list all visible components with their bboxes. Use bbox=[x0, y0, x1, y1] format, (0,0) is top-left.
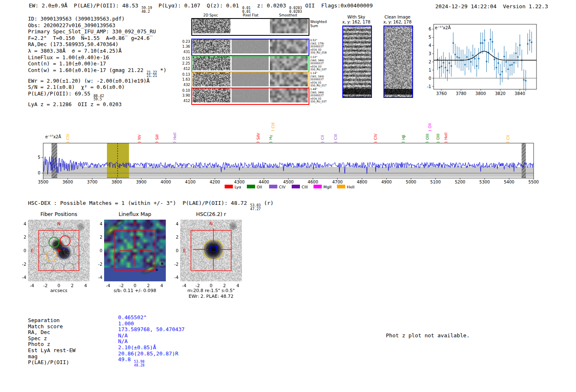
text-segment: Primary Spec_Slot_IFU_AMP: 330_092_075_R… bbox=[28, 28, 156, 35]
info-line: F=2.2" T=0.150 N̅=1.55 A=0.86̅ g=24.6̅ bbox=[28, 35, 166, 42]
text-segment: RA,Dec (173.589935,50.470364) bbox=[28, 41, 118, 47]
data-point bbox=[519, 44, 520, 46]
line-marker-bracket: ( bbox=[436, 141, 440, 143]
text-segment: 0.465502" bbox=[118, 314, 146, 320]
data-point bbox=[464, 64, 465, 65]
stat-value: 0.10 bbox=[179, 88, 190, 93]
sky-panel-image bbox=[383, 26, 413, 98]
cutout-row bbox=[191, 18, 309, 36]
data-point bbox=[505, 61, 506, 63]
cutout-row-left-stats: 0.152.25412 bbox=[179, 56, 190, 71]
stat-value: 1.63 bbox=[179, 77, 190, 82]
x-tick-label: 0 bbox=[206, 283, 216, 288]
sky-panel-title: Clean Image bbox=[370, 15, 425, 19]
fiber-circle bbox=[54, 263, 64, 273]
y-tick-label: 6 bbox=[429, 27, 431, 31]
line-marker-bracket: ( bbox=[334, 141, 338, 143]
x-tick-label: 4300 bbox=[234, 180, 244, 184]
text-segment: *) bbox=[157, 67, 167, 73]
line-marker-label: CIII bbox=[271, 123, 275, 128]
east-label: E bbox=[183, 248, 186, 253]
data-point bbox=[472, 55, 474, 56]
stat-value: 432 bbox=[179, 82, 190, 87]
cutout-row bbox=[191, 88, 309, 105]
data-point bbox=[504, 56, 505, 57]
cutout-pixels bbox=[193, 39, 230, 53]
x-tick-label: 3700 bbox=[87, 180, 97, 184]
data-point bbox=[507, 69, 509, 70]
stat-value: 0.13 bbox=[179, 72, 190, 77]
info-line: λ = 3803.38Å σ = 7.10(±4.25)Å bbox=[28, 48, 166, 54]
line-marker-label: CII bbox=[506, 135, 510, 140]
text-segment: P(LAE)/P(OII): 69.55 bbox=[28, 90, 93, 97]
x-tick-label: 3760 bbox=[436, 91, 446, 96]
stat-value: 3.90 bbox=[179, 93, 190, 98]
fiber-overlay: NE bbox=[28, 220, 90, 281]
cutout-row bbox=[191, 56, 309, 73]
data-point bbox=[478, 58, 479, 59]
x-tick-label: 5300 bbox=[479, 180, 490, 184]
cutout-pixels bbox=[193, 56, 230, 70]
table-row-label: mag bbox=[28, 354, 76, 360]
x-tick-label: 4600 bbox=[308, 180, 318, 184]
info-line: RA,Dec (173.589935,50.470364) bbox=[28, 41, 166, 48]
legend-swatch bbox=[337, 185, 345, 188]
x-tick-label: 3780 bbox=[456, 91, 466, 96]
cutout-pixels bbox=[232, 72, 269, 86]
x-tick-label: 4100 bbox=[185, 180, 195, 184]
y-tick-label: -2 bbox=[170, 262, 179, 267]
line-marker-label: OIII bbox=[436, 134, 440, 140]
match-panel-image: NE bbox=[28, 220, 90, 281]
fiber-circle bbox=[44, 228, 53, 238]
flux-unit-label: e⁻¹⁷x2Å bbox=[435, 25, 451, 30]
header-spacer bbox=[497, 3, 503, 9]
y-tick-label: -1 bbox=[427, 84, 431, 89]
stat-value: 431 bbox=[179, 49, 190, 54]
lower-value: 59.5 bbox=[93, 97, 104, 101]
info-line: Cont(n) = 1.10(±0.00)e-17 bbox=[28, 60, 166, 67]
x-tick-label: 0 bbox=[130, 283, 140, 288]
text-segment: OII Flags:0x00400009 bbox=[302, 2, 373, 9]
x-tick-label: -2 bbox=[193, 283, 202, 288]
line-marker-label: OII bbox=[428, 123, 432, 128]
x-tick-label: 4900 bbox=[381, 180, 392, 184]
y-tick-label: 2 bbox=[170, 234, 179, 239]
data-point bbox=[486, 61, 487, 62]
data-point bbox=[455, 54, 456, 55]
cutout-pixels bbox=[270, 72, 308, 86]
text-segment: Cont(n) = 1.10(±0.00)e-17 bbox=[28, 60, 106, 67]
table-row-value: 2.10(±0.85)Å bbox=[118, 345, 185, 351]
data-point bbox=[443, 62, 444, 63]
info-line: LyA z = 2.1286 OII z = 0.0203 bbox=[28, 101, 166, 108]
text-segment: 1.000 bbox=[118, 320, 134, 327]
y-tick-label: 5 bbox=[38, 155, 40, 160]
lower-value: 40.2 bbox=[142, 10, 152, 14]
match-table-labels: SeparationMatch scoreRA, DecSpec zPhoto … bbox=[28, 318, 76, 366]
data-point bbox=[466, 56, 467, 58]
table-row-value: 49.8 53.9848.28 bbox=[118, 357, 185, 367]
text-segment: Obs: 20200227v016_3090139563 bbox=[28, 22, 115, 28]
table-row-value: 173.589768, 50.470437 bbox=[118, 327, 185, 333]
y-tick-label: 4 bbox=[18, 221, 26, 226]
legend-label: CIII bbox=[302, 185, 308, 189]
match-panel-title: Lineflux Map bbox=[98, 211, 172, 217]
spectrum-svg: 0535003600370038003900400041004200430044… bbox=[36, 114, 543, 193]
line-marker-label: Hβ bbox=[402, 135, 406, 140]
x-tick-label: 4 bbox=[233, 283, 243, 288]
x-tick-label: 3800 bbox=[476, 91, 486, 96]
fiber-circle-green bbox=[49, 237, 59, 247]
fiber-circle bbox=[64, 263, 74, 273]
stacked-uncertainty: 53.9848.28 bbox=[134, 360, 145, 367]
lower-value: 21.21 bbox=[146, 74, 157, 78]
text-segment: F=2.2" T=0.150 N̅=1.55 A=0.86̅ g=24.6̅ bbox=[28, 35, 150, 41]
panel-xlabel: s/b: 0.11 +/- 0.098 bbox=[96, 288, 174, 293]
panel-xlabel-2: EWr: 2. PLAE: 48.72 bbox=[172, 294, 250, 299]
pixel-flat-image bbox=[232, 56, 269, 70]
text-segment: Cont(w) = 1.60(±0.01)e-17 (gmag 21.22 bbox=[28, 67, 146, 73]
panel-xlabel: arcsecs bbox=[20, 288, 98, 293]
cutout-row-left-stats: 0.103.90412 bbox=[179, 88, 190, 103]
line-marker-bracket: ( bbox=[269, 141, 273, 143]
line-fit-plot: -1012345637603780380038203840e⁻¹⁷x2Å bbox=[423, 19, 542, 99]
x-tick-label: 2 bbox=[144, 283, 153, 288]
smoothed-image bbox=[270, 39, 308, 53]
